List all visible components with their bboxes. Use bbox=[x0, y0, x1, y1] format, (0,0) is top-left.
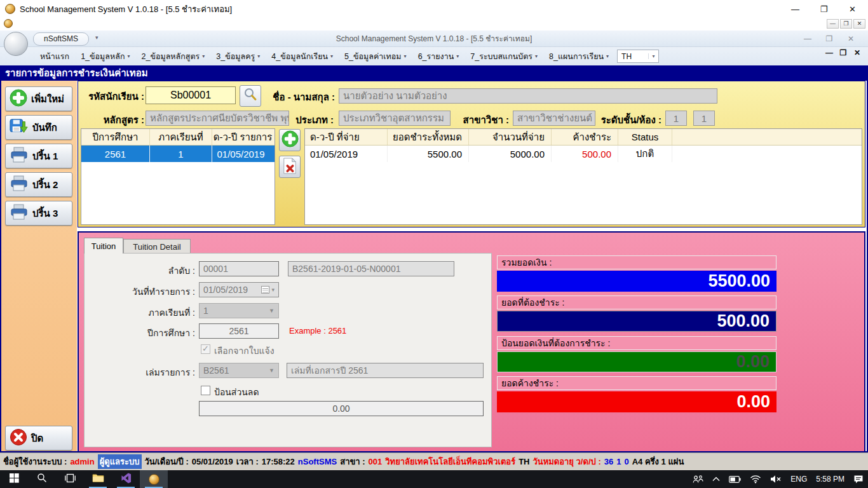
save-label: บันทึก bbox=[32, 120, 57, 135]
tuition-tab-panel: ลำดับ : 00001 B2561-2019-01-05-N00001 วั… bbox=[84, 253, 492, 447]
volume-muted-icon[interactable] bbox=[766, 470, 786, 488]
task-view-button[interactable] bbox=[56, 470, 84, 488]
people-icon[interactable] bbox=[688, 470, 708, 488]
menu-item-5[interactable]: 5_ข้อมูลค่าเทอม▾ bbox=[339, 50, 412, 64]
column-header: Status bbox=[618, 129, 672, 145]
mdi-close-button[interactable]: ✕ bbox=[853, 19, 865, 29]
year-field: 2561 bbox=[199, 323, 279, 339]
menu-item-label: 5_ข้อมูลค่าเทอม bbox=[344, 50, 402, 63]
page-title: รายการข้อมูลการชำระเงินค่าเทอม bbox=[0, 65, 868, 81]
expiry-label: วันหมดอายุ ว/ด/ป : bbox=[532, 455, 600, 468]
level-label: ระดับชั้น/ห้อง : bbox=[595, 112, 661, 128]
cell-year: 2561 bbox=[81, 146, 150, 162]
app-tab-nsoftsms[interactable]: nSoftSMS bbox=[33, 32, 89, 46]
print1-button[interactable]: ปริ้น 1 bbox=[5, 144, 72, 168]
menu-item-1[interactable]: 1_ข้อมูลหลัก▾ bbox=[75, 50, 135, 64]
chevron-down-icon: ▼ bbox=[269, 308, 275, 314]
total-amount-box: 5500.00 bbox=[497, 271, 776, 292]
expiry-month: 1 bbox=[616, 457, 621, 466]
level-field: 1 bbox=[665, 111, 687, 126]
mdi-restore-button[interactable]: ❐ bbox=[840, 19, 852, 29]
date-value: 01/05/2019 bbox=[203, 285, 248, 295]
menu-item-7[interactable]: 7_ระบบสแกนบัตร▾ bbox=[465, 50, 543, 64]
tab-tuition[interactable]: Tuition bbox=[84, 238, 123, 254]
column-header: ค้างชำระ bbox=[552, 129, 618, 145]
cell-total: 5500.00 bbox=[388, 146, 469, 162]
payment-table-row[interactable]: 01/05/2019 5500.00 5000.00 500.00 ปกติ bbox=[305, 146, 862, 162]
start-button[interactable] bbox=[0, 470, 28, 488]
delete-payment-row-button[interactable] bbox=[279, 156, 301, 178]
taskbar: ENG 5:58 PM bbox=[0, 470, 868, 488]
payment-table: ด-ว-ปี ที่จ่าย ยอดชำระทั้งหมด จำนวนที่จ่… bbox=[304, 128, 862, 225]
sms-app-taskbar-button[interactable] bbox=[140, 470, 168, 488]
window-controls: — ❐ ✕ bbox=[781, 0, 867, 18]
printer-icon bbox=[10, 175, 29, 194]
child-close-button[interactable]: ✕ bbox=[850, 48, 864, 57]
add-payment-row-button[interactable] bbox=[279, 129, 301, 151]
menu-item-8[interactable]: 8_แผนการเรียน▾ bbox=[543, 50, 614, 64]
menu-item-4[interactable]: 4_ข้อมูลนักเรียน▾ bbox=[266, 50, 339, 64]
menu-item-home[interactable]: หน้าแรก bbox=[34, 50, 75, 64]
name-field: นายตัวอย่าง นามตัวอย่าง bbox=[339, 88, 717, 104]
add-new-label: เพิ่มใหม่ bbox=[31, 92, 64, 107]
application-orb-button[interactable] bbox=[4, 32, 28, 56]
battery-icon[interactable] bbox=[724, 470, 745, 488]
restore-button[interactable]: ❐ bbox=[810, 0, 838, 18]
branch-code: 001 bbox=[369, 457, 383, 466]
ribbon-window-controls: — ❐ ✕ bbox=[797, 30, 862, 47]
type-label: ประเภท : bbox=[288, 112, 334, 128]
delete-document-icon bbox=[282, 158, 297, 177]
mdi-minimize-button[interactable]: — bbox=[827, 19, 839, 29]
ribbon-minimize-button[interactable]: — bbox=[797, 30, 818, 47]
visual-studio-button[interactable] bbox=[112, 470, 140, 488]
add-new-button[interactable]: เพิ่มใหม่ bbox=[5, 86, 72, 111]
type-field: ประเภทวิชาอุตสาหกรรม bbox=[339, 111, 451, 126]
child-restore-button[interactable]: ❐ bbox=[836, 48, 850, 57]
search-icon bbox=[243, 87, 258, 105]
quick-access-arrow-icon[interactable]: ▾ bbox=[95, 34, 98, 41]
windows-logo-icon bbox=[10, 473, 19, 485]
term-table: ปีการศึกษา ภาคเรียนที่ ด-ว-ปี รายการ 256… bbox=[81, 128, 275, 225]
menu-item-label: 2_ข้อมูลหลักสูตร bbox=[142, 50, 200, 63]
user-label: ชื่อผู้ใช้งานระบบ : bbox=[3, 455, 67, 468]
column-header: จำนวนที่จ่าย bbox=[469, 129, 552, 145]
pay-amount-input[interactable]: 0.00 bbox=[497, 351, 776, 372]
menu-item-6[interactable]: 6_รายงาน▾ bbox=[412, 50, 465, 64]
menu-item-3[interactable]: 3_ข้อมูลครู▾ bbox=[210, 50, 266, 64]
input-language-indicator[interactable]: ENG bbox=[786, 470, 811, 488]
taskbar-search-button[interactable] bbox=[28, 470, 56, 488]
minimize-button[interactable]: — bbox=[781, 0, 810, 18]
chevron-up-icon[interactable] bbox=[708, 470, 724, 488]
screen: School Management System V 1.0.18 - [5.5… bbox=[0, 0, 868, 488]
wifi-icon[interactable] bbox=[745, 470, 766, 488]
visual-studio-icon bbox=[121, 473, 132, 486]
time-label: เวลา : bbox=[236, 455, 259, 468]
tab-tuition-detail[interactable]: Tuition Detail bbox=[123, 239, 191, 254]
major-field: สาขาวิชาช่างยนต์ bbox=[513, 111, 595, 126]
from-invoice-label: เลือกจากใบแจ้ง bbox=[214, 344, 275, 358]
ribbon-restore-button[interactable]: ❐ bbox=[818, 30, 840, 47]
ref-field: B2561-2019-01-05-N00001 bbox=[288, 261, 454, 276]
student-id-input[interactable]: Sb00001 bbox=[146, 86, 236, 104]
ribbon-close-button[interactable]: ✕ bbox=[840, 30, 862, 47]
window-titlebar: School Management System V 1.0.18 - [5.5… bbox=[0, 0, 868, 18]
from-invoice-checkbox bbox=[201, 344, 210, 354]
child-minimize-button[interactable]: — bbox=[822, 48, 836, 57]
term-combobox: 1 ▼ bbox=[199, 303, 279, 318]
menu-item-label: 7_ระบบสแกนบัตร bbox=[470, 50, 532, 63]
chevron-down-icon: ▾ bbox=[271, 287, 275, 293]
term-table-row-selected[interactable]: 2561 1 01/05/2019 bbox=[81, 146, 275, 162]
action-center-icon[interactable] bbox=[849, 470, 868, 488]
save-button[interactable]: บันทึก bbox=[5, 115, 72, 140]
ribbon-title: School Management System V 1.0.18 - [5.5… bbox=[0, 30, 868, 47]
search-button[interactable] bbox=[240, 85, 261, 107]
close-page-button[interactable]: ปิด bbox=[5, 426, 72, 451]
print3-button[interactable]: ปริ้น 3 bbox=[5, 201, 72, 226]
file-explorer-button[interactable] bbox=[84, 470, 112, 488]
clock[interactable]: 5:58 PM bbox=[811, 470, 849, 488]
discount-checkbox[interactable] bbox=[201, 386, 210, 395]
print2-button[interactable]: ปริ้น 2 bbox=[5, 172, 72, 197]
close-button[interactable]: ✕ bbox=[838, 0, 867, 18]
language-combobox[interactable]: TH ▾ bbox=[617, 50, 659, 63]
menu-item-2[interactable]: 2_ข้อมูลหลักสูตร▾ bbox=[136, 50, 211, 64]
